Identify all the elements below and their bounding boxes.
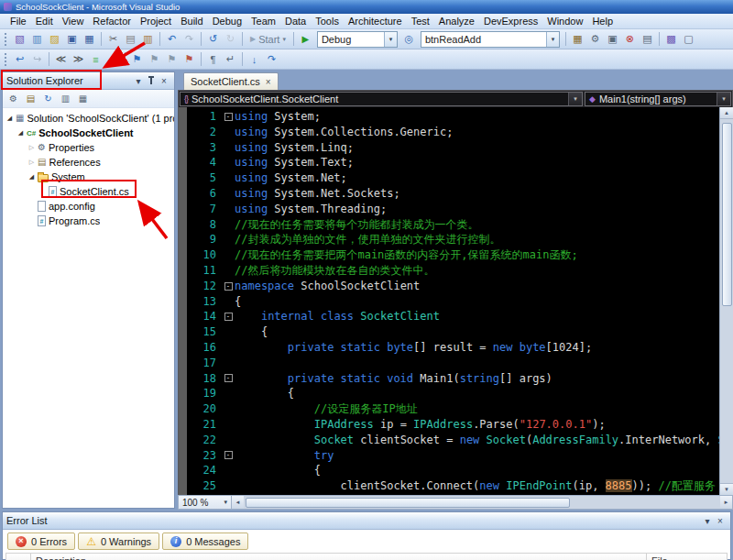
menu-item-help[interactable]: Help (587, 15, 618, 27)
tree-item-schoolsocketclient[interactable]: ◢C#SchoolSocketClient (3, 126, 174, 140)
view-designer-icon[interactable]: ▦ (75, 92, 91, 106)
menu-item-data[interactable]: Data (280, 15, 311, 27)
window-position-icon[interactable]: ▾ (132, 74, 145, 87)
toolbar-grip[interactable] (5, 33, 6, 46)
error-list-icon[interactable]: ⊗ (621, 31, 639, 48)
previous-bookmark-icon[interactable]: ⚑ (146, 51, 163, 68)
indicator-margin[interactable] (179, 107, 187, 495)
expand-icon[interactable]: ▷ (27, 144, 37, 151)
paste-icon[interactable]: ▥ (139, 31, 157, 48)
column-header-file[interactable]: File (647, 553, 728, 560)
tree-item-references[interactable]: ▷▤References (3, 155, 174, 170)
menu-item-file[interactable]: File (5, 15, 31, 27)
redo-icon[interactable]: ↷ (181, 31, 198, 48)
horizontal-scroll-thumb[interactable] (246, 498, 570, 508)
start-button[interactable]: ▶ Start ▾ (246, 34, 290, 45)
new-window-icon[interactable]: ▢ (680, 31, 697, 48)
uncomment-selection-icon[interactable]: ≡ (104, 51, 122, 68)
collapse-region-icon[interactable]: - (224, 451, 233, 459)
step-over-icon[interactable]: ↷ (263, 51, 280, 68)
find-combo[interactable]: btnReadAdd ▾ (421, 31, 560, 48)
toolbar-grip[interactable] (5, 53, 6, 66)
step-into-icon[interactable]: ↓ (246, 51, 263, 68)
refresh-icon[interactable]: ↻ (40, 92, 56, 106)
collapse-region-icon[interactable]: - (224, 374, 233, 382)
menu-item-analyze[interactable]: Analyze (434, 15, 479, 27)
copy-icon[interactable]: ▤ (122, 31, 139, 48)
display-whitespace-icon[interactable]: ¶ (204, 51, 222, 68)
menu-item-debug[interactable]: Debug (208, 15, 246, 27)
navigate-forward-icon[interactable]: ↻ (222, 31, 239, 48)
close-icon[interactable]: × (158, 74, 170, 87)
vertical-scroll-thumb[interactable] (722, 123, 732, 306)
tree-item-program-cs[interactable]: #Program.cs (3, 214, 174, 228)
collapse-region-icon[interactable]: - (224, 113, 233, 121)
tab-socketclient-cs[interactable]: SocketClient.cs × (183, 72, 279, 90)
next-bookmark-icon[interactable]: ⚑ (163, 51, 181, 68)
column-header-icon[interactable] (5, 553, 31, 560)
save-all-icon[interactable]: ▦ (81, 31, 98, 48)
scroll-down-icon[interactable]: ▼ (720, 483, 733, 495)
menu-item-devexpress[interactable]: DevExpress (479, 15, 542, 27)
properties-window-icon[interactable]: ⚙ (586, 31, 604, 48)
indent-increase-icon[interactable]: ≫ (70, 51, 87, 68)
collapse-region-icon[interactable]: - (224, 282, 233, 291)
menu-item-refactor[interactable]: Refactor (88, 15, 136, 27)
extension-manager-icon[interactable]: ▩ (662, 31, 680, 48)
zoom-dropdown[interactable]: 100 % ▾ (179, 496, 232, 509)
nav-forward-icon[interactable]: ↪ (28, 51, 46, 68)
menu-item-build[interactable]: Build (176, 15, 207, 27)
toggle-bookmark-icon[interactable]: ⚑ (128, 51, 146, 68)
cut-icon[interactable]: ✂ (104, 31, 122, 48)
add-item-icon[interactable]: ▥ (28, 31, 46, 48)
output-window-icon[interactable]: ▤ (639, 31, 656, 48)
menu-item-edit[interactable]: Edit (31, 15, 58, 27)
column-header-description[interactable]: Description (31, 553, 647, 560)
new-project-icon[interactable]: ▧ (11, 31, 28, 48)
collapse-icon[interactable]: ◢ (16, 129, 26, 137)
scroll-up-icon[interactable]: ▲ (720, 107, 733, 119)
pin-icon[interactable] (145, 74, 158, 87)
open-file-icon[interactable]: ▨ (46, 31, 63, 48)
menu-item-team[interactable]: Team (246, 15, 280, 27)
tree-item-app-config[interactable]: app.config (3, 199, 174, 214)
tab-close-icon[interactable]: × (266, 77, 271, 87)
close-icon[interactable]: × (714, 514, 727, 527)
tree-item-socketclient-cs[interactable]: #SocketClient.cs (3, 184, 174, 199)
solution-explorer-icon[interactable]: ▦ (569, 31, 586, 48)
scroll-left-icon[interactable]: ◄ (232, 496, 244, 509)
undo-icon[interactable]: ↶ (163, 31, 181, 48)
messages-filter-button[interactable]: i 0 Messages (162, 533, 248, 550)
window-position-icon[interactable]: ▾ (701, 514, 714, 527)
object-browser-icon[interactable]: ▣ (604, 31, 621, 48)
view-code-icon[interactable]: ▥ (58, 92, 73, 106)
expand-icon[interactable]: ▷ (27, 159, 37, 166)
error-list-header[interactable]: Error List ▾ × (3, 512, 730, 530)
save-icon[interactable]: ▣ (63, 31, 81, 48)
title-bar[interactable]: SchoolSockClient - Microsoft Visual Stud… (0, 0, 733, 14)
word-wrap-icon[interactable]: ↵ (222, 51, 239, 68)
properties-icon[interactable]: ⚙ (5, 92, 21, 106)
clear-bookmarks-icon[interactable]: ⚑ (181, 51, 198, 68)
code-editor[interactable]: 1-using System;2using System.Collections… (178, 107, 733, 495)
start-debugging-icon[interactable]: ▶ (297, 31, 314, 48)
navigate-backward-icon[interactable]: ↺ (204, 31, 222, 48)
scroll-right-icon[interactable]: ► (720, 496, 732, 509)
menu-item-test[interactable]: Test (407, 15, 434, 27)
solution-configuration-dropdown[interactable]: Debug ▾ (317, 31, 398, 48)
tree-item-solution-schoolsockclient-1-proje[interactable]: ◢▦Solution 'SchoolSockClient' (1 proje (3, 111, 174, 126)
types-dropdown[interactable]: {} SchoolSocketClient.SocketClient ▾ (180, 92, 583, 106)
members-dropdown[interactable]: ◆ Main1(string[] args) ▾ (585, 92, 731, 106)
menu-item-tools[interactable]: Tools (311, 15, 344, 27)
warnings-filter-button[interactable]: ⚠ 0 Warnings (78, 533, 159, 550)
show-all-files-icon[interactable]: ▤ (23, 92, 38, 106)
collapse-region-icon[interactable]: - (224, 313, 233, 321)
menu-item-window[interactable]: Window (542, 15, 587, 27)
tree-item-properties[interactable]: ▷⚙Properties (3, 140, 174, 155)
comment-selection-icon[interactable]: ≡ (87, 51, 104, 68)
find-symbol-icon[interactable]: ◎ (400, 31, 418, 48)
errors-filter-button[interactable]: × 0 Errors (7, 533, 75, 550)
editor-horizontal-scrollbar[interactable] (244, 496, 720, 509)
menu-item-architecture[interactable]: Architecture (344, 15, 407, 27)
menu-item-view[interactable]: View (58, 15, 89, 27)
